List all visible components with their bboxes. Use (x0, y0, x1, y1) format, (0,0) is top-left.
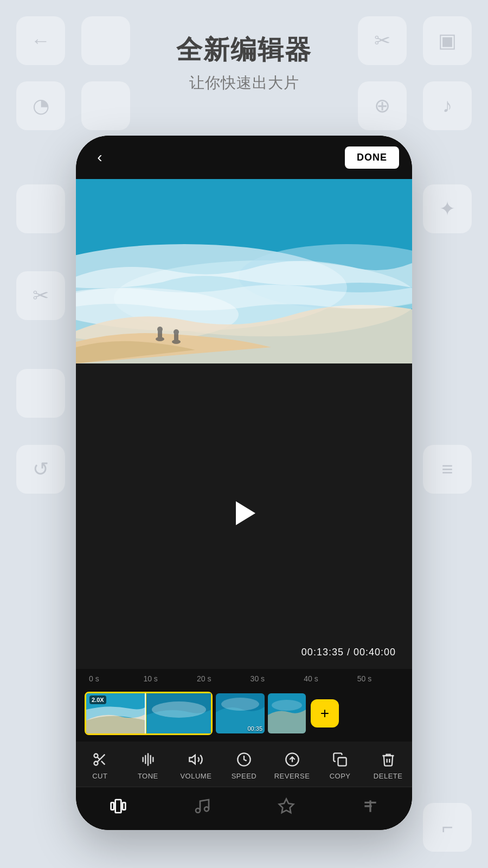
speed-label: SPEED (232, 772, 257, 780)
tone-label: TONE (138, 772, 158, 780)
tone-tool[interactable]: TONE (129, 750, 167, 780)
ruler-label-40s: 40 s (304, 674, 318, 683)
clip-3[interactable]: 00:35 (216, 693, 265, 733)
reverse-tool[interactable]: REVERSE (273, 750, 311, 780)
bg-icon-6 (16, 369, 65, 418)
volume-icon (188, 750, 203, 769)
back-button[interactable]: ‹ (89, 146, 111, 168)
svg-point-8 (157, 327, 163, 332)
bg-icon-corner: ⌐ (423, 803, 472, 852)
time-display: 00:13:35 / 00:40:00 (301, 647, 396, 658)
phone-screen: ‹ DONE (76, 136, 412, 830)
svg-point-18 (272, 700, 302, 711)
phone-frame: ‹ DONE (76, 136, 412, 830)
delete-tool[interactable]: DELETE (369, 750, 407, 780)
svg-point-36 (196, 808, 200, 813)
bg-icon-5 (16, 184, 65, 233)
svg-rect-32 (338, 758, 346, 766)
volume-label: VOLUME (180, 772, 211, 780)
done-button[interactable]: DONE (345, 146, 399, 169)
add-clip-button[interactable]: + (311, 699, 339, 727)
svg-point-19 (94, 754, 98, 758)
effects-nav-icon (278, 797, 295, 815)
clip-4[interactable] (268, 693, 306, 733)
clip-1[interactable]: 2.0X (86, 693, 146, 733)
clip-2-thumb (146, 693, 211, 733)
play-triangle-icon (236, 501, 255, 525)
cut-tool[interactable]: CUT (81, 750, 119, 780)
svg-marker-38 (279, 799, 293, 812)
top-bar: ‹ DONE (76, 136, 412, 179)
svg-point-16 (221, 698, 259, 711)
delete-label: DELETE (374, 772, 403, 780)
tone-icon (140, 750, 156, 769)
text-nav-icon (362, 797, 379, 815)
bg-icon-undo: ↺ (16, 445, 65, 494)
svg-line-22 (101, 761, 105, 764)
bg-icon-bars: ≡ (423, 445, 472, 494)
player-area: 00:13:35 / 00:40:00 (76, 363, 412, 669)
nav-clips[interactable] (102, 793, 134, 820)
toolbar: CUT TONE (76, 742, 412, 787)
nav-effects[interactable] (270, 793, 303, 820)
nav-text[interactable] (354, 793, 387, 820)
page-header: 全新编辑器 让你快速出大片 (0, 33, 488, 93)
ruler-label-10s: 10 s (143, 674, 157, 683)
ruler-label-30s: 30 s (251, 674, 265, 683)
clip-1-speed-label: 2.0X (89, 695, 106, 704)
speed-tool[interactable]: SPEED (225, 750, 263, 780)
clips-strip: 2.0X (76, 692, 412, 735)
copy-icon (332, 750, 348, 769)
svg-rect-35 (123, 802, 125, 809)
copy-label: COPY (330, 772, 351, 780)
volume-tool[interactable]: VOLUME (177, 750, 215, 780)
svg-point-11 (174, 329, 179, 335)
ruler-label-20s: 20 s (197, 674, 211, 683)
reverse-icon (285, 750, 300, 769)
nav-music[interactable]: ♪ (186, 793, 219, 820)
copy-tool[interactable]: COPY (321, 750, 359, 780)
svg-point-20 (94, 762, 98, 765)
delete-icon (381, 750, 396, 769)
reverse-label: REVERSE (274, 772, 310, 780)
timeline-area: 0 s 10 s 20 s 30 s 40 s 50 s (76, 669, 412, 742)
svg-rect-33 (111, 802, 113, 809)
cut-icon (92, 750, 107, 769)
page-title: 全新编辑器 (0, 33, 488, 67)
bottom-nav: ♪ (76, 787, 412, 830)
music-nav-icon: ♪ (194, 797, 211, 815)
svg-point-14 (152, 701, 206, 718)
timeline-ruler: 0 s 10 s 20 s 30 s 40 s 50 s (76, 674, 412, 687)
clips-wrapper: 2.0X (76, 692, 412, 735)
clips-nav-icon (110, 797, 127, 815)
svg-line-23 (98, 757, 100, 760)
clip-2[interactable] (146, 693, 211, 733)
bg-icon-star: ✦ (423, 184, 472, 233)
clip-4-thumb (268, 693, 306, 733)
svg-marker-29 (190, 755, 196, 764)
page-subtitle: 让你快速出大片 (0, 73, 488, 93)
ruler-label-50s: 50 s (357, 674, 371, 683)
ruler-label-0s: 0 s (89, 674, 99, 683)
clip-3-duration: 00:35 (247, 725, 262, 732)
svg-rect-34 (115, 800, 121, 813)
video-preview (76, 179, 412, 363)
beach-scene-svg (76, 179, 412, 363)
cut-label: CUT (92, 772, 107, 780)
svg-point-37 (204, 807, 209, 811)
selected-clip-group[interactable]: 2.0X (85, 692, 213, 735)
play-button[interactable] (228, 497, 260, 529)
bg-icon-tune: ✂ (16, 271, 65, 320)
ruler-marks: 0 s 10 s 20 s 30 s 40 s 50 s (87, 674, 401, 687)
speed-icon (236, 750, 252, 769)
